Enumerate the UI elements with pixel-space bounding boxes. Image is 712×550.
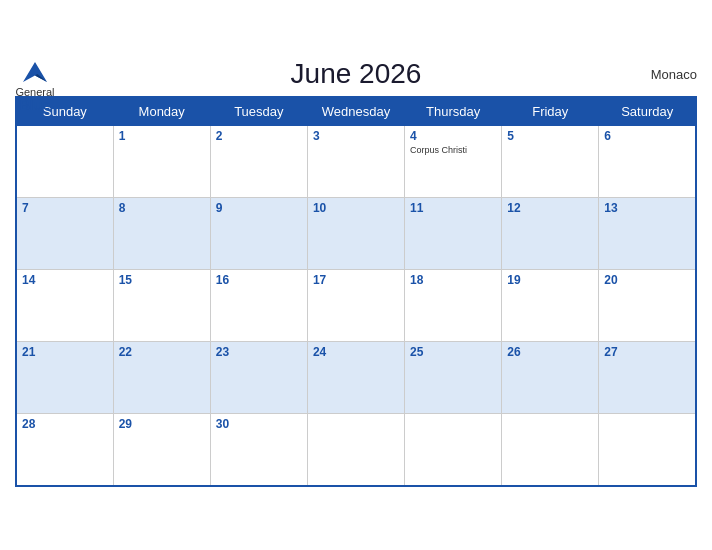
calendar-week-3: 14151617181920	[16, 270, 696, 342]
day-cell: 10	[307, 198, 404, 270]
day-number: 1	[119, 129, 205, 143]
day-number: 27	[604, 345, 690, 359]
day-cell: 8	[113, 198, 210, 270]
header-row: SundayMondayTuesdayWednesdayThursdayFrid…	[16, 97, 696, 126]
day-cell: 3	[307, 126, 404, 198]
day-cell: 1	[113, 126, 210, 198]
day-number: 15	[119, 273, 205, 287]
day-cell	[599, 414, 696, 486]
header-monday: Monday	[113, 97, 210, 126]
header-thursday: Thursday	[405, 97, 502, 126]
calendar-week-2: 78910111213	[16, 198, 696, 270]
day-cell: 20	[599, 270, 696, 342]
calendar-header: General Blue June 2026 Monaco	[15, 58, 697, 90]
day-cell: 30	[210, 414, 307, 486]
day-cell: 17	[307, 270, 404, 342]
logo-area: General Blue	[15, 58, 55, 113]
day-number: 12	[507, 201, 593, 215]
day-number: 9	[216, 201, 302, 215]
day-cell: 5	[502, 126, 599, 198]
day-cell: 19	[502, 270, 599, 342]
day-number: 16	[216, 273, 302, 287]
calendar-wrapper: General Blue June 2026 Monaco SundayMond…	[0, 48, 712, 502]
day-cell: 22	[113, 342, 210, 414]
day-cell: 15	[113, 270, 210, 342]
day-cell: 11	[405, 198, 502, 270]
day-number: 10	[313, 201, 399, 215]
day-cell: 23	[210, 342, 307, 414]
day-number: 18	[410, 273, 496, 287]
day-number: 25	[410, 345, 496, 359]
day-number: 4	[410, 129, 496, 143]
header-wednesday: Wednesday	[307, 97, 404, 126]
calendar-table: SundayMondayTuesdayWednesdayThursdayFrid…	[15, 96, 697, 487]
day-cell: 6	[599, 126, 696, 198]
day-number: 23	[216, 345, 302, 359]
day-number: 20	[604, 273, 690, 287]
day-cell: 18	[405, 270, 502, 342]
day-number: 2	[216, 129, 302, 143]
day-number: 3	[313, 129, 399, 143]
day-number: 30	[216, 417, 302, 431]
day-cell: 24	[307, 342, 404, 414]
day-number: 11	[410, 201, 496, 215]
day-cell: 13	[599, 198, 696, 270]
day-cell: 12	[502, 198, 599, 270]
day-number: 13	[604, 201, 690, 215]
day-cell: 27	[599, 342, 696, 414]
day-number: 17	[313, 273, 399, 287]
calendar-week-5: 282930	[16, 414, 696, 486]
day-number: 22	[119, 345, 205, 359]
day-number: 24	[313, 345, 399, 359]
day-number: 7	[22, 201, 108, 215]
day-cell: 7	[16, 198, 113, 270]
logo-icon	[15, 58, 55, 86]
header-friday: Friday	[502, 97, 599, 126]
country-label: Monaco	[651, 67, 697, 82]
day-cell: 29	[113, 414, 210, 486]
day-cell: 2	[210, 126, 307, 198]
day-cell: 25	[405, 342, 502, 414]
day-cell: 26	[502, 342, 599, 414]
day-cell	[307, 414, 404, 486]
day-number: 8	[119, 201, 205, 215]
day-cell	[16, 126, 113, 198]
holiday-label: Corpus Christi	[410, 145, 496, 155]
day-cell: 16	[210, 270, 307, 342]
day-cell	[502, 414, 599, 486]
day-number: 14	[22, 273, 108, 287]
day-cell: 4Corpus Christi	[405, 126, 502, 198]
calendar-title: June 2026	[291, 58, 422, 90]
day-cell	[405, 414, 502, 486]
day-cell: 21	[16, 342, 113, 414]
day-number: 29	[119, 417, 205, 431]
day-number: 21	[22, 345, 108, 359]
calendar-week-1: 1234Corpus Christi56	[16, 126, 696, 198]
logo-blue: Blue	[20, 98, 50, 113]
day-cell: 14	[16, 270, 113, 342]
day-number: 19	[507, 273, 593, 287]
day-number: 28	[22, 417, 108, 431]
header-tuesday: Tuesday	[210, 97, 307, 126]
day-number: 6	[604, 129, 690, 143]
calendar-week-4: 21222324252627	[16, 342, 696, 414]
day-cell: 9	[210, 198, 307, 270]
day-number: 5	[507, 129, 593, 143]
day-number: 26	[507, 345, 593, 359]
header-saturday: Saturday	[599, 97, 696, 126]
day-cell: 28	[16, 414, 113, 486]
